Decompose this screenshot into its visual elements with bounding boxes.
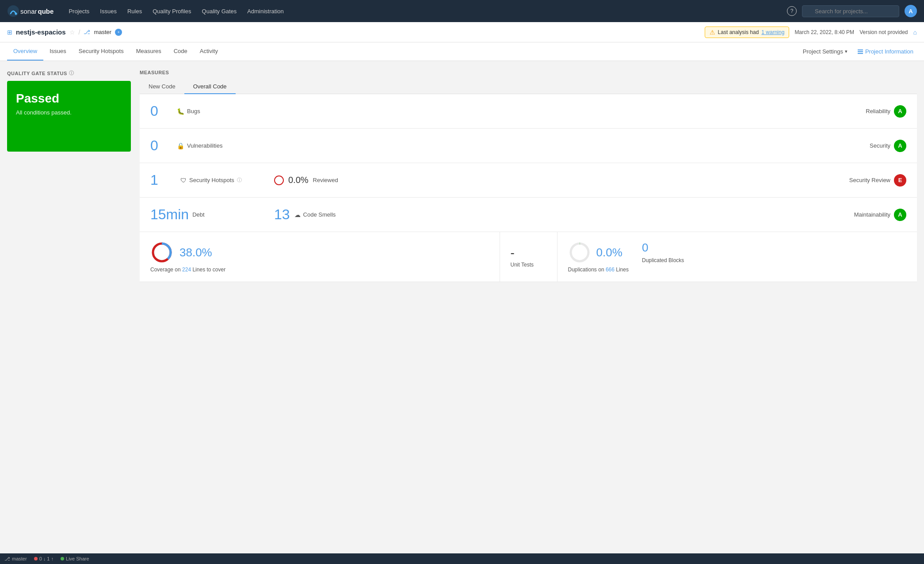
- tab-issues[interactable]: Issues: [43, 42, 73, 61]
- project-information-button[interactable]: Project Information: [854, 46, 917, 57]
- svg-point-1: [15, 13, 17, 15]
- warning-text: Last analysis had: [718, 29, 759, 35]
- bugs-rating-label: Reliability: [866, 108, 890, 114]
- code-smells-label: Code Smells: [303, 211, 336, 218]
- nav-projects[interactable]: Projects: [64, 5, 94, 17]
- hotspots-help-icon[interactable]: ⓘ: [237, 177, 242, 183]
- quality-gate-panel: QUALITY GATE STATUS ⓘ Passed All conditi…: [7, 70, 131, 152]
- duplications-block: 0.0% Duplications on 666 Lines 0 Duplica…: [557, 232, 917, 282]
- tab-overview[interactable]: Overview: [7, 42, 43, 61]
- chevron-down-icon: ▾: [845, 49, 848, 54]
- quality-gate-status-box: Passed All conditions passed.: [7, 81, 131, 152]
- search-input[interactable]: [815, 8, 894, 15]
- bugs-label-group: 🐛 Bugs: [177, 108, 200, 115]
- branch-name: master: [94, 29, 111, 35]
- coverage-values: 38.0%: [179, 246, 212, 259]
- tab-activity[interactable]: Activity: [194, 42, 224, 61]
- code-smells-label-group: ☁ Code Smells: [294, 211, 336, 218]
- hotspots-value: 1: [150, 172, 177, 188]
- debt-label: Debt: [192, 211, 204, 218]
- debt-value: 15min: [150, 206, 189, 223]
- dup-pct-section: 0.0% Duplications on 666 Lines: [568, 241, 629, 273]
- tab-security-hotspots[interactable]: Security Hotspots: [73, 42, 130, 61]
- main-content: QUALITY GATE STATUS ⓘ Passed All conditi…: [0, 61, 924, 291]
- maintainability-label: Maintainability: [854, 211, 890, 218]
- warning-icon: ⚠: [710, 29, 715, 36]
- tab-new-code[interactable]: New Code: [140, 80, 184, 94]
- app-logo: sonarqube: [7, 5, 53, 17]
- debt-rating: Maintainability A: [854, 209, 906, 221]
- nav-right: ? 🔍 A: [787, 5, 917, 17]
- nav-quality-profiles[interactable]: Quality Profiles: [148, 5, 195, 17]
- search-box: [802, 5, 899, 17]
- quality-gate-label: QUALITY GATE STATUS ⓘ: [7, 70, 131, 76]
- svg-rect-2: [858, 50, 863, 50]
- vuln-rating-label: Security: [870, 142, 890, 149]
- dup-lines-label: Lines: [616, 267, 629, 273]
- coverage-label: Coverage on: [150, 267, 181, 273]
- hotspots-label: Security Hotspots: [189, 177, 234, 183]
- bugs-grade-badge: A: [894, 105, 906, 118]
- home-icon[interactable]: ⌂: [913, 29, 917, 36]
- logo-text-sonar: sonar: [20, 8, 37, 15]
- project-settings-button[interactable]: Project Settings ▾: [799, 46, 851, 57]
- quality-gate-help-icon[interactable]: ⓘ: [69, 70, 74, 76]
- svg-point-8: [571, 244, 588, 261]
- dup-blocks-value: 0: [642, 241, 684, 255]
- dup-blocks-label: Duplicated Blocks: [642, 257, 684, 263]
- coverage-donut-chart: [150, 241, 173, 264]
- vuln-grade-badge: A: [894, 140, 906, 152]
- project-name[interactable]: nestjs-espacios: [16, 28, 66, 36]
- nav-quality-gates[interactable]: Quality Gates: [198, 5, 241, 17]
- quality-gate-status-sub: All conditions passed.: [16, 109, 122, 116]
- settings-label: Project Settings: [803, 48, 843, 55]
- debt-measure-row: 15min Debt 13 ☁ Code Smells Maintainabil…: [140, 198, 917, 232]
- dup-lines-value: 666: [606, 267, 615, 273]
- tab-overall-code[interactable]: Overall Code: [184, 80, 236, 94]
- code-smells-icon: ☁: [294, 211, 301, 218]
- dup-pct: 0.0%: [596, 246, 622, 259]
- search-wrapper: 🔍: [802, 5, 899, 17]
- quality-gate-status-title: Passed: [16, 91, 122, 106]
- project-tab-right: Project Settings ▾ Project Information: [799, 46, 917, 57]
- warning-link[interactable]: 1 warning: [761, 29, 784, 35]
- debt-grade-badge: A: [894, 209, 906, 221]
- analysis-date: March 22, 2022, 8:40 PM: [794, 29, 854, 35]
- coverage-pct: 38.0%: [179, 246, 212, 259]
- unit-tests-label: Unit Tests: [511, 262, 546, 268]
- tab-measures[interactable]: Measures: [130, 42, 168, 61]
- coverage-lines-value: 224: [182, 267, 191, 273]
- nav-rules[interactable]: Rules: [123, 5, 146, 17]
- repo-icon: ⊞: [7, 29, 12, 36]
- bugs-measure-row: 0 🐛 Bugs Reliability A: [140, 94, 917, 129]
- bottom-measure-row: 38.0% Coverage on 224 Lines to cover - U…: [140, 232, 917, 282]
- breadcrumb-bar: ⊞ nestjs-espacios ☆ / ⎇ master + ⚠ Last …: [0, 22, 924, 42]
- nav-administration[interactable]: Administration: [243, 5, 288, 17]
- hotspots-rating-label: Security Review: [849, 177, 890, 183]
- bugs-rating: Reliability A: [866, 105, 906, 118]
- vuln-rating: Security A: [870, 140, 906, 152]
- hotspots-grade-badge: E: [894, 174, 906, 187]
- measures-label: MEASURES: [140, 70, 917, 75]
- dup-sub: Duplications on 666 Lines: [568, 267, 629, 273]
- svg-rect-3: [858, 51, 863, 52]
- bugs-value: 0: [150, 103, 177, 119]
- nav-issues[interactable]: Issues: [95, 5, 121, 17]
- hotspots-rating: Security Review E: [849, 174, 906, 187]
- version-text: Version not provided: [859, 29, 908, 35]
- coverage-lines-label: Lines to cover: [192, 267, 225, 273]
- measures-panel: MEASURES New Code Overall Code 0 🐛 Bugs …: [140, 70, 917, 282]
- help-button[interactable]: ?: [787, 6, 797, 16]
- vulnerabilities-measure-row: 0 🔒 Vulnerabilities Security A: [140, 129, 917, 163]
- vulnerabilities-label: Vulnerabilities: [187, 142, 222, 149]
- tab-code[interactable]: Code: [168, 42, 194, 61]
- unit-tests-block: - Unit Tests: [500, 232, 557, 282]
- user-avatar[interactable]: A: [905, 5, 917, 17]
- hotspots-label-group: 🛡 Security Hotspots ⓘ: [180, 177, 242, 184]
- star-icon[interactable]: ☆: [69, 29, 75, 36]
- review-circle-indicator: [274, 175, 284, 185]
- measures-tabs: New Code Overall Code: [140, 80, 917, 94]
- breadcrumb-right: ⚠ Last analysis had 1 warning March 22, …: [705, 27, 917, 38]
- branch-info-badge[interactable]: +: [115, 29, 122, 36]
- sonarqube-logo-icon: [7, 5, 19, 17]
